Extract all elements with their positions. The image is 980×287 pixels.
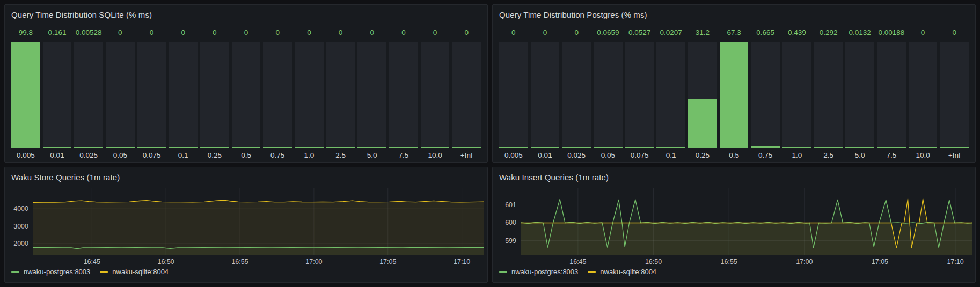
histogram-bar-0.075: 00.075 [137, 28, 166, 162]
bar-track [594, 42, 623, 148]
histogram-bar-0.25: 00.25 [200, 28, 229, 162]
bar-bucket-label: 0.005 [499, 148, 528, 162]
bar-track [877, 42, 906, 148]
legend-label: nwaku-postgres:8003 [24, 268, 90, 276]
store-queries-chart[interactable]: 20003000400016:4516:5016:5517:0017:0517:… [11, 184, 486, 267]
bar-fill [43, 147, 72, 148]
panel-query-time-distribution-sqlite: Query Time Distribution SQLite (% ms) 99… [4, 4, 488, 163]
bar-bucket-label: 0.5 [232, 148, 261, 162]
bar-bucket-label: 0.05 [594, 148, 623, 162]
bar-bucket-label: 0.075 [625, 148, 654, 162]
bar-value-label: 0.161 [43, 28, 72, 38]
postgres-histogram: 00.00500.0100.0250.06590.050.05270.0750.… [493, 20, 975, 162]
panel-title-store-queries[interactable]: Waku Store Queries (1m rate) [5, 167, 487, 183]
histogram-bar-+Inf: 0+Inf [940, 28, 969, 162]
bar-track [909, 42, 938, 148]
bar-track [751, 42, 780, 148]
bar-value-label: 0 [499, 28, 528, 38]
bar-bucket-label: 0.005 [11, 148, 40, 162]
histogram-bar-0.25: 31.20.25 [688, 28, 717, 162]
store-queries-plot-area[interactable]: 20003000400016:4516:5016:5517:0017:0517:… [11, 184, 485, 267]
panel-title-sqlite[interactable]: Query Time Distribution SQLite (% ms) [5, 5, 487, 20]
histogram-bar-1.0: 0.4391.0 [782, 28, 811, 162]
x-axis-tick-label: 16:55 [721, 258, 737, 266]
bar-fill [751, 146, 780, 148]
bar-bucket-label: +Inf [452, 148, 481, 162]
bar-value-label: 0 [232, 28, 261, 38]
bar-track [531, 42, 560, 148]
insert-queries-chart[interactable]: 59960060116:4516:5016:5517:0017:0517:10 [499, 184, 974, 267]
bar-track [169, 42, 198, 148]
bar-bucket-label: 0.05 [106, 148, 135, 162]
series-color-dash-green [11, 271, 19, 273]
bar-value-label: 0 [357, 28, 386, 38]
bar-bucket-label: 0.25 [200, 148, 229, 162]
insert-queries-legend: nwaku-postgres:8003 nwaku-sqlite:8004 [493, 267, 975, 280]
bar-value-label: 0 [452, 28, 481, 38]
legend-item-nwaku-postgres[interactable]: nwaku-postgres:8003 [11, 268, 90, 276]
bar-bucket-label: 0.25 [688, 148, 717, 162]
histogram-bar-0.05: 00.05 [106, 28, 135, 162]
y-axis-tick-label: 600 [505, 219, 516, 226]
panel-title-insert-queries[interactable]: Waku Insert Queries (1m rate) [493, 167, 975, 183]
bar-fill [940, 147, 969, 148]
x-axis-tick-label: 17:10 [454, 258, 470, 266]
legend-item-nwaku-postgres[interactable]: nwaku-postgres:8003 [499, 268, 578, 276]
x-axis-tick-label: 17:10 [947, 258, 963, 266]
x-axis-tick-label: 16:45 [84, 258, 100, 266]
series-area-fill [33, 200, 484, 255]
bar-fill [200, 147, 229, 148]
bar-bucket-label: 5.0 [845, 148, 874, 162]
bar-fill [11, 42, 40, 148]
series-color-dash-green [499, 271, 507, 273]
bar-fill [909, 147, 938, 148]
histogram-bar-0.005: 99.80.005 [11, 28, 40, 162]
bar-fill [720, 42, 749, 148]
histogram-bar-0.5: 67.30.5 [720, 28, 749, 162]
bar-bucket-label: 1.0 [782, 148, 811, 162]
bar-fill [877, 147, 906, 148]
bar-bucket-label: 10.0 [421, 148, 450, 162]
bar-value-label: 0 [940, 28, 969, 38]
histogram-bar-0.01: 0.1610.01 [43, 28, 72, 162]
histogram-bar-0.75: 00.75 [263, 28, 292, 162]
bar-bucket-label: 2.5 [814, 148, 843, 162]
bar-track [232, 42, 261, 148]
store-queries-legend: nwaku-postgres:8003 nwaku-sqlite:8004 [5, 267, 487, 280]
bar-value-label: 0 [295, 28, 324, 38]
bar-fill [421, 147, 450, 148]
bar-value-label: 0.439 [782, 28, 811, 38]
histogram-bar-1.0: 01.0 [295, 28, 324, 162]
bar-track [499, 42, 528, 148]
bar-value-label: 0.0132 [845, 28, 874, 38]
bar-track [562, 42, 591, 148]
panel-title-postgres[interactable]: Query Time Distribution Postgres (% ms) [493, 5, 975, 20]
histogram-bar-0.1: 00.1 [169, 28, 198, 162]
bar-fill [782, 147, 811, 148]
legend-item-nwaku-sqlite[interactable]: nwaku-sqlite:8004 [100, 268, 169, 276]
histogram-bar-2.5: 02.5 [326, 28, 355, 162]
bar-fill [499, 147, 528, 148]
bar-value-label: 0 [421, 28, 450, 38]
legend-item-nwaku-sqlite[interactable]: nwaku-sqlite:8004 [588, 268, 656, 276]
bar-value-label: 0.0659 [594, 28, 623, 38]
bar-bucket-label: 0.01 [531, 148, 560, 162]
histogram-bar-0.1: 0.02070.1 [656, 28, 685, 162]
bar-bucket-label: 0.75 [263, 148, 292, 162]
bar-track [106, 42, 135, 148]
histogram-bar-5.0: 0.01325.0 [845, 28, 874, 162]
insert-queries-plot-area[interactable]: 59960060116:4516:5016:5517:0017:0517:10 [499, 184, 973, 267]
histogram-bar-0.05: 0.06590.05 [594, 28, 623, 162]
bar-fill [531, 147, 560, 148]
panel-waku-insert-queries: Waku Insert Queries (1m rate) 5996006011… [492, 167, 976, 283]
bar-track [940, 42, 969, 148]
bar-bucket-label: 2.5 [326, 148, 355, 162]
histogram-bar-0.5: 00.5 [232, 28, 261, 162]
legend-label: nwaku-sqlite:8004 [112, 268, 169, 276]
bar-fill [389, 147, 418, 148]
bar-bucket-label: 0.025 [74, 148, 103, 162]
bar-fill [295, 147, 324, 148]
bar-bucket-label: 0.075 [137, 148, 166, 162]
histogram-bar-10.0: 010.0 [421, 28, 450, 162]
bar-track [656, 42, 685, 148]
